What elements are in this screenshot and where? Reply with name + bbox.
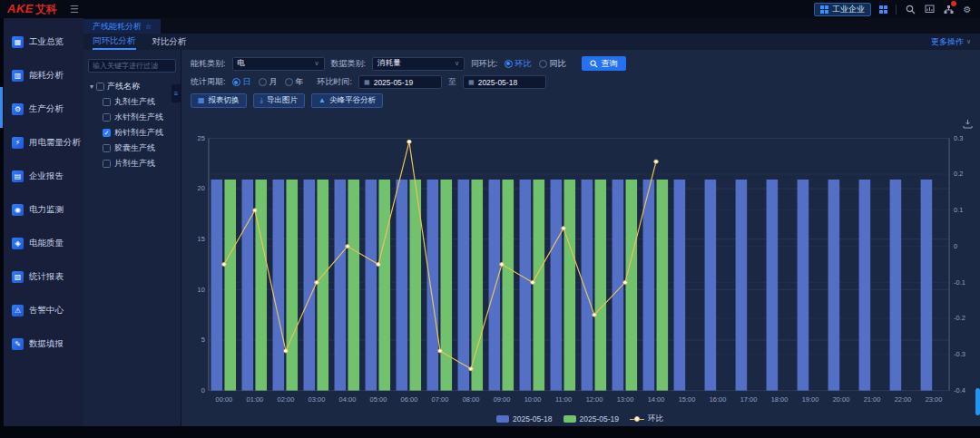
tab-production-line-energy[interactable]: 产线能耗分析 ☆	[83, 19, 161, 34]
notification-badge	[951, 1, 956, 6]
tree-item-5[interactable]: 片剂生产线	[103, 158, 176, 170]
sidebar-item-energy-analysis[interactable]: ▥能耗分析	[4, 59, 83, 92]
sidebar-item-power-quality[interactable]: ◈电能质量	[4, 227, 83, 260]
enterprise-report-icon: ▤	[12, 170, 24, 182]
svg-text:16:00: 16:00	[710, 397, 727, 404]
subtab-yoy-mom-analysis[interactable]: 同环比分析	[93, 34, 136, 50]
sidebar-item-statistics-report[interactable]: ▧统计报表	[4, 260, 83, 294]
page-tab-bar: 产线能耗分析 ☆	[83, 18, 980, 34]
svg-text:5: 5	[201, 337, 205, 345]
page-scrollbar-thumb[interactable]	[975, 388, 980, 415]
svg-text:05:00: 05:00	[370, 397, 387, 404]
sidebar-item-production-analysis[interactable]: ⚙生产分析	[4, 92, 83, 126]
switch-report-button[interactable]: ▦ 报表切换	[191, 93, 247, 108]
window-bottom-strip	[0, 426, 980, 438]
svg-text:12:00: 12:00	[586, 397, 603, 404]
tree-filter-input[interactable]	[88, 59, 176, 73]
statistics-report-icon: ▧	[12, 271, 24, 283]
svg-text:-0.2: -0.2	[954, 316, 965, 323]
sidebar-item-alarm-center[interactable]: ⚠告警中心	[4, 294, 83, 327]
gear-icon[interactable]: ⚙	[962, 4, 973, 15]
svg-text:20:00: 20:00	[833, 397, 850, 404]
sidebar-item-label: 能耗分析	[29, 70, 64, 82]
radio-mom[interactable]: 环比	[505, 58, 532, 70]
date-start-input[interactable]: ▦ 2025-05-19	[358, 75, 442, 89]
table-icon: ▦	[198, 97, 205, 104]
svg-text:18:00: 18:00	[771, 397, 789, 404]
svg-text:04:00: 04:00	[339, 397, 357, 404]
svg-text:0.1: 0.1	[954, 207, 963, 214]
sidebar-item-power-monitoring[interactable]: ◉电力监测	[4, 193, 83, 227]
tree-item-label: 水针剂生产线	[114, 112, 163, 123]
bar-line-chart[interactable]: -0.4-0.3-0.2-0.100.10.20.3051015202500:0…	[185, 125, 975, 412]
legend-item-环比[interactable]: 环比	[630, 414, 663, 424]
org-notifications-icon[interactable]	[943, 4, 954, 15]
calendar-icon: ▦	[468, 79, 475, 86]
svg-text:08:00: 08:00	[463, 397, 480, 404]
data-type-label: 数据类别:	[331, 58, 367, 70]
date-end-input[interactable]: ▦ 2025-05-18	[463, 75, 546, 89]
dashboard-icon[interactable]	[924, 4, 935, 15]
more-actions-button[interactable]: 更多操作 ∨	[931, 36, 971, 48]
svg-text:00:00: 00:00	[216, 397, 233, 404]
tree-item-3[interactable]: ✓粉针剂生产线	[103, 127, 176, 139]
tree-item-label: 胶囊生产线	[114, 142, 155, 154]
tree-item-1[interactable]: 丸剂生产线	[103, 96, 176, 108]
power-demand-analysis-icon: ⚡	[12, 137, 24, 149]
sidebar-item-industry-overview[interactable]: ▦工业总览	[4, 25, 83, 59]
svg-text:-0.1: -0.1	[954, 279, 965, 287]
legend-item-2025-05-19[interactable]: 2025-05-19	[564, 414, 619, 423]
tree-collapse-handle[interactable]: ≡	[172, 84, 181, 102]
subtab-comparison-analysis[interactable]: 对比分析	[152, 34, 187, 50]
checkbox-icon[interactable]	[103, 113, 111, 122]
radio-yoy[interactable]: 同比	[539, 58, 566, 70]
tree-item-4[interactable]: 胶囊生产线	[103, 142, 176, 154]
sidebar-item-label: 电能质量	[29, 238, 64, 249]
radio-month[interactable]: 月	[259, 76, 278, 88]
legend-swatch	[564, 415, 576, 423]
query-button[interactable]: 查询	[582, 56, 626, 71]
star-icon[interactable]: ☆	[145, 23, 152, 31]
checkbox-icon[interactable]	[103, 144, 111, 152]
grid-icon	[820, 5, 828, 14]
svg-text:13:00: 13:00	[617, 397, 634, 404]
svg-text:07:00: 07:00	[432, 397, 449, 404]
menu-toggle-icon[interactable]: ☰	[70, 5, 79, 15]
main-area: 产线能耗分析 ☆ 同环比分析 对比分析 更多操作 ∨ ▾	[83, 18, 980, 426]
production-line-tree-panel: ▾ 产线名称 丸剂生产线水针剂生产线✓粉针剂生产线胶囊生产线片剂生产线 ≡	[83, 50, 181, 426]
sidebar-item-data-entry[interactable]: ✎数据填报	[4, 327, 83, 361]
legend-item-2025-05-18[interactable]: 2025-05-18	[496, 414, 552, 423]
subtab-bar: 同环比分析 对比分析 更多操作 ∨	[83, 34, 980, 50]
sidebar-item-power-demand-analysis[interactable]: ⚡用电需量分析	[4, 126, 83, 160]
svg-text:15: 15	[198, 236, 205, 243]
radio-day[interactable]: 日	[232, 76, 251, 88]
radio-icon	[285, 78, 293, 86]
search-icon	[590, 60, 598, 68]
data-type-select[interactable]: 消耗量 ∨	[372, 57, 465, 71]
svg-text:22:00: 22:00	[895, 397, 912, 404]
tree-root-node[interactable]: ▾ 产线名称	[90, 81, 176, 92]
apps-grid-icon[interactable]	[879, 5, 887, 14]
search-icon[interactable]	[905, 4, 916, 15]
period-radio-group: 日 月 年	[232, 76, 304, 88]
svg-text:21:00: 21:00	[864, 397, 881, 404]
checkbox-icon[interactable]	[103, 160, 111, 168]
svg-text:14:00: 14:00	[648, 397, 665, 404]
tree-item-2[interactable]: 水针剂生产线	[103, 112, 176, 123]
chevron-down-icon: ∨	[314, 60, 318, 67]
workspace-button[interactable]: 工业企业	[814, 3, 871, 16]
peak-valley-analysis-button[interactable]: ▲ 尖峰平谷分析	[311, 93, 383, 108]
sidebar-item-label: 工业总览	[29, 36, 64, 48]
caret-down-icon[interactable]: ▾	[90, 83, 93, 91]
save-image-icon[interactable]	[963, 116, 973, 132]
checkbox-icon[interactable]	[103, 98, 111, 106]
svg-text:0.3: 0.3	[954, 135, 963, 142]
period-label: 统计周期:	[191, 76, 226, 88]
export-image-button[interactable]: ⤓ 导出图片	[253, 93, 306, 108]
checkbox-icon[interactable]: ✓	[103, 129, 111, 137]
checkbox-icon[interactable]	[96, 83, 104, 91]
radio-year[interactable]: 年	[285, 76, 304, 88]
sidebar-item-enterprise-report[interactable]: ▤企业报告	[4, 160, 83, 193]
energy-type-select[interactable]: 电 ∨	[232, 57, 325, 71]
sidebar-item-label: 数据填报	[29, 338, 64, 350]
